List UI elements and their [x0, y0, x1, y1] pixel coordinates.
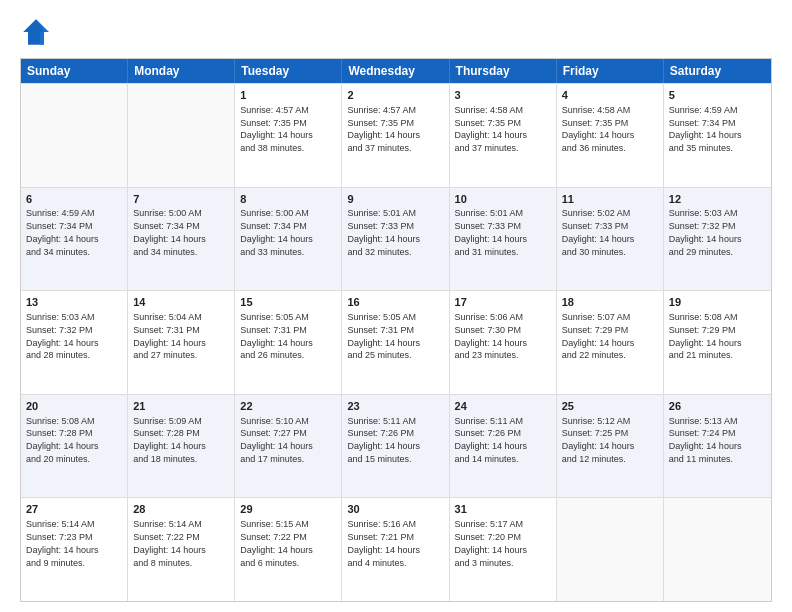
day-info: Sunrise: 5:07 AM Sunset: 7:29 PM Dayligh…	[562, 312, 635, 360]
calendar-cell: 16Sunrise: 5:05 AM Sunset: 7:31 PM Dayli…	[342, 291, 449, 394]
calendar-cell: 26Sunrise: 5:13 AM Sunset: 7:24 PM Dayli…	[664, 395, 771, 498]
calendar-cell: 28Sunrise: 5:14 AM Sunset: 7:22 PM Dayli…	[128, 498, 235, 601]
calendar-cell: 24Sunrise: 5:11 AM Sunset: 7:26 PM Dayli…	[450, 395, 557, 498]
day-info: Sunrise: 5:17 AM Sunset: 7:20 PM Dayligh…	[455, 519, 528, 567]
day-number: 7	[133, 192, 229, 207]
calendar-row: 1Sunrise: 4:57 AM Sunset: 7:35 PM Daylig…	[21, 83, 771, 187]
calendar-header-cell: Monday	[128, 59, 235, 83]
calendar-cell: 11Sunrise: 5:02 AM Sunset: 7:33 PM Dayli…	[557, 188, 664, 291]
day-number: 29	[240, 502, 336, 517]
day-number: 8	[240, 192, 336, 207]
day-number: 19	[669, 295, 766, 310]
day-number: 2	[347, 88, 443, 103]
day-info: Sunrise: 5:14 AM Sunset: 7:23 PM Dayligh…	[26, 519, 99, 567]
day-info: Sunrise: 4:59 AM Sunset: 7:34 PM Dayligh…	[669, 105, 742, 153]
calendar-cell: 3Sunrise: 4:58 AM Sunset: 7:35 PM Daylig…	[450, 84, 557, 187]
day-number: 9	[347, 192, 443, 207]
day-info: Sunrise: 5:06 AM Sunset: 7:30 PM Dayligh…	[455, 312, 528, 360]
calendar-cell: 14Sunrise: 5:04 AM Sunset: 7:31 PM Dayli…	[128, 291, 235, 394]
calendar-cell: 23Sunrise: 5:11 AM Sunset: 7:26 PM Dayli…	[342, 395, 449, 498]
calendar-row: 6Sunrise: 4:59 AM Sunset: 7:34 PM Daylig…	[21, 187, 771, 291]
calendar-header: SundayMondayTuesdayWednesdayThursdayFrid…	[21, 59, 771, 83]
day-number: 12	[669, 192, 766, 207]
calendar-cell: 12Sunrise: 5:03 AM Sunset: 7:32 PM Dayli…	[664, 188, 771, 291]
day-info: Sunrise: 5:05 AM Sunset: 7:31 PM Dayligh…	[240, 312, 313, 360]
calendar-cell	[21, 84, 128, 187]
day-number: 28	[133, 502, 229, 517]
day-info: Sunrise: 4:57 AM Sunset: 7:35 PM Dayligh…	[347, 105, 420, 153]
calendar-cell: 10Sunrise: 5:01 AM Sunset: 7:33 PM Dayli…	[450, 188, 557, 291]
calendar-body: 1Sunrise: 4:57 AM Sunset: 7:35 PM Daylig…	[21, 83, 771, 601]
day-info: Sunrise: 5:08 AM Sunset: 7:28 PM Dayligh…	[26, 416, 99, 464]
day-info: Sunrise: 5:11 AM Sunset: 7:26 PM Dayligh…	[347, 416, 420, 464]
day-number: 6	[26, 192, 122, 207]
day-info: Sunrise: 5:13 AM Sunset: 7:24 PM Dayligh…	[669, 416, 742, 464]
page: SundayMondayTuesdayWednesdayThursdayFrid…	[0, 0, 792, 612]
day-info: Sunrise: 5:02 AM Sunset: 7:33 PM Dayligh…	[562, 208, 635, 256]
calendar-cell: 27Sunrise: 5:14 AM Sunset: 7:23 PM Dayli…	[21, 498, 128, 601]
day-number: 31	[455, 502, 551, 517]
day-info: Sunrise: 4:57 AM Sunset: 7:35 PM Dayligh…	[240, 105, 313, 153]
calendar-header-cell: Tuesday	[235, 59, 342, 83]
calendar-cell: 7Sunrise: 5:00 AM Sunset: 7:34 PM Daylig…	[128, 188, 235, 291]
day-info: Sunrise: 5:08 AM Sunset: 7:29 PM Dayligh…	[669, 312, 742, 360]
calendar-header-cell: Sunday	[21, 59, 128, 83]
day-info: Sunrise: 5:01 AM Sunset: 7:33 PM Dayligh…	[455, 208, 528, 256]
day-info: Sunrise: 5:10 AM Sunset: 7:27 PM Dayligh…	[240, 416, 313, 464]
day-number: 21	[133, 399, 229, 414]
calendar-cell: 13Sunrise: 5:03 AM Sunset: 7:32 PM Dayli…	[21, 291, 128, 394]
day-number: 17	[455, 295, 551, 310]
day-info: Sunrise: 5:14 AM Sunset: 7:22 PM Dayligh…	[133, 519, 206, 567]
calendar-cell: 31Sunrise: 5:17 AM Sunset: 7:20 PM Dayli…	[450, 498, 557, 601]
day-info: Sunrise: 4:58 AM Sunset: 7:35 PM Dayligh…	[455, 105, 528, 153]
calendar-cell: 6Sunrise: 4:59 AM Sunset: 7:34 PM Daylig…	[21, 188, 128, 291]
calendar-cell: 9Sunrise: 5:01 AM Sunset: 7:33 PM Daylig…	[342, 188, 449, 291]
calendar-cell: 5Sunrise: 4:59 AM Sunset: 7:34 PM Daylig…	[664, 84, 771, 187]
day-number: 23	[347, 399, 443, 414]
calendar-cell: 30Sunrise: 5:16 AM Sunset: 7:21 PM Dayli…	[342, 498, 449, 601]
day-number: 15	[240, 295, 336, 310]
day-number: 20	[26, 399, 122, 414]
calendar-cell	[128, 84, 235, 187]
calendar-cell: 22Sunrise: 5:10 AM Sunset: 7:27 PM Dayli…	[235, 395, 342, 498]
day-info: Sunrise: 4:59 AM Sunset: 7:34 PM Dayligh…	[26, 208, 99, 256]
calendar-cell: 15Sunrise: 5:05 AM Sunset: 7:31 PM Dayli…	[235, 291, 342, 394]
day-info: Sunrise: 5:09 AM Sunset: 7:28 PM Dayligh…	[133, 416, 206, 464]
calendar-cell: 19Sunrise: 5:08 AM Sunset: 7:29 PM Dayli…	[664, 291, 771, 394]
calendar-cell: 21Sunrise: 5:09 AM Sunset: 7:28 PM Dayli…	[128, 395, 235, 498]
day-info: Sunrise: 5:11 AM Sunset: 7:26 PM Dayligh…	[455, 416, 528, 464]
day-number: 27	[26, 502, 122, 517]
day-number: 26	[669, 399, 766, 414]
day-number: 1	[240, 88, 336, 103]
day-number: 24	[455, 399, 551, 414]
calendar-row: 20Sunrise: 5:08 AM Sunset: 7:28 PM Dayli…	[21, 394, 771, 498]
calendar-cell	[557, 498, 664, 601]
calendar-cell: 4Sunrise: 4:58 AM Sunset: 7:35 PM Daylig…	[557, 84, 664, 187]
calendar-cell: 29Sunrise: 5:15 AM Sunset: 7:22 PM Dayli…	[235, 498, 342, 601]
calendar-cell: 2Sunrise: 4:57 AM Sunset: 7:35 PM Daylig…	[342, 84, 449, 187]
day-number: 3	[455, 88, 551, 103]
day-number: 14	[133, 295, 229, 310]
day-info: Sunrise: 4:58 AM Sunset: 7:35 PM Dayligh…	[562, 105, 635, 153]
calendar-cell: 18Sunrise: 5:07 AM Sunset: 7:29 PM Dayli…	[557, 291, 664, 394]
day-number: 30	[347, 502, 443, 517]
day-number: 4	[562, 88, 658, 103]
day-info: Sunrise: 5:04 AM Sunset: 7:31 PM Dayligh…	[133, 312, 206, 360]
day-number: 22	[240, 399, 336, 414]
calendar-cell	[664, 498, 771, 601]
day-info: Sunrise: 5:00 AM Sunset: 7:34 PM Dayligh…	[133, 208, 206, 256]
day-info: Sunrise: 5:01 AM Sunset: 7:33 PM Dayligh…	[347, 208, 420, 256]
calendar-header-cell: Wednesday	[342, 59, 449, 83]
calendar-row: 13Sunrise: 5:03 AM Sunset: 7:32 PM Dayli…	[21, 290, 771, 394]
day-info: Sunrise: 5:03 AM Sunset: 7:32 PM Dayligh…	[26, 312, 99, 360]
day-info: Sunrise: 5:12 AM Sunset: 7:25 PM Dayligh…	[562, 416, 635, 464]
logo	[20, 16, 58, 48]
day-number: 13	[26, 295, 122, 310]
header	[20, 16, 772, 48]
calendar-cell: 1Sunrise: 4:57 AM Sunset: 7:35 PM Daylig…	[235, 84, 342, 187]
day-number: 18	[562, 295, 658, 310]
calendar-header-cell: Saturday	[664, 59, 771, 83]
calendar-cell: 25Sunrise: 5:12 AM Sunset: 7:25 PM Dayli…	[557, 395, 664, 498]
calendar-cell: 20Sunrise: 5:08 AM Sunset: 7:28 PM Dayli…	[21, 395, 128, 498]
day-number: 25	[562, 399, 658, 414]
